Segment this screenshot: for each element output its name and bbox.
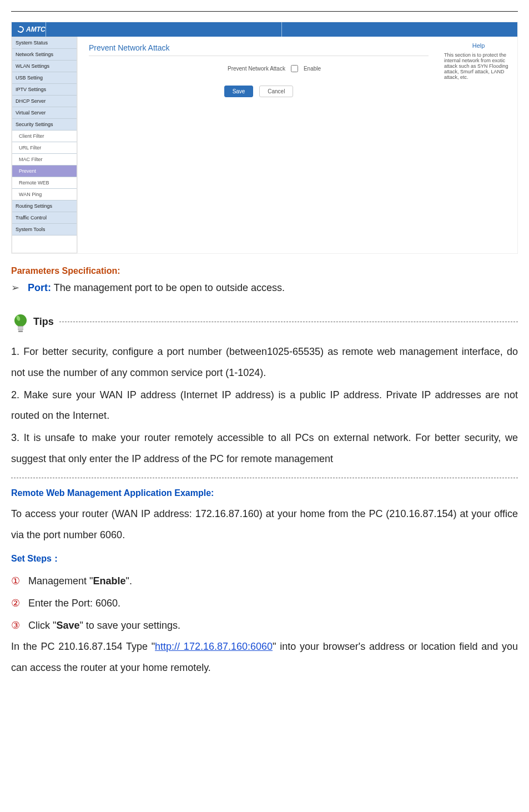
tip-1: 1. For better security, configure a port… <box>11 342 518 384</box>
sidebar-item-system-tools[interactable]: System Tools <box>12 224 77 235</box>
sidebar-item-iptv-settings[interactable]: IPTV Settings <box>12 84 77 96</box>
dashed-line <box>59 322 518 322</box>
sidebar-item-wan-ping[interactable]: WAN Ping <box>12 189 77 201</box>
sidebar-item-usb-setting[interactable]: USB Setting <box>12 72 77 84</box>
circled-1: ① <box>11 575 20 587</box>
help-panel: Help This section is to protect the inte… <box>440 37 517 253</box>
example-url-link[interactable]: http:// 172.16.87.160:6060 <box>155 641 273 652</box>
lightbulb-icon <box>11 309 30 334</box>
sidebar-item-mac-filter[interactable]: MAC Filter <box>12 154 77 166</box>
router-body: System Status Network Settings WLAN Sett… <box>12 37 517 253</box>
arrow-icon: ➢ <box>11 282 19 293</box>
step3-post: " to save your settings. <box>79 620 180 631</box>
router-header: AMTC <box>12 22 517 37</box>
tip-2: 2. Make sure your WAN IP address (Intern… <box>11 385 518 427</box>
help-text: This section is to protect the internal … <box>444 52 513 80</box>
example-text: To access your router (WAN IP address: 1… <box>11 504 518 546</box>
sidebar-item-network-settings[interactable]: Network Settings <box>12 49 77 61</box>
save-button[interactable]: Save <box>224 86 254 97</box>
router-admin-screenshot: AMTC System Status Network Settings WLAN… <box>11 22 518 254</box>
sidebar-item-routing-settings[interactable]: Routing Settings <box>12 201 77 212</box>
help-title: Help <box>444 42 513 49</box>
main-panel: Prevent Network Attack Prevent Network A… <box>77 37 440 253</box>
sidebar-item-traffic-control[interactable]: Traffic Control <box>12 212 77 224</box>
router-logo: AMTC <box>12 26 46 33</box>
sidebar-item-security-settings[interactable]: Security Settings <box>12 119 77 131</box>
step-2: ② Enter the Port: 6060. <box>11 593 518 615</box>
step3-bold: Save <box>56 620 79 631</box>
sidebar-item-wlan-settings[interactable]: WLAN Settings <box>12 61 77 72</box>
port-desc: The management port to be open to outsid… <box>51 282 285 293</box>
step1-post: ". <box>126 575 132 587</box>
svg-rect-3 <box>18 328 23 330</box>
example-paragraph: To access your router (WAN IP address: 1… <box>11 504 518 546</box>
final-paragraph: In the PC 210.16.87.154 Type "http:// 17… <box>11 636 518 679</box>
button-row: Save Cancel <box>89 86 429 97</box>
sidebar-item-dhcp-server[interactable]: DHCP Server <box>12 96 77 107</box>
form-row: Prevent Network Attack Enable <box>89 65 429 72</box>
final-pre: In the PC 210.16.87.154 Type " <box>11 641 155 652</box>
sidebar-item-virtual-server[interactable]: Virtual Server <box>12 107 77 119</box>
port-line: ➢ Port: The management port to be open t… <box>11 282 518 294</box>
logo-icon <box>16 25 24 33</box>
set-steps-heading: Set Steps： <box>11 553 518 565</box>
step1-pre: Management " <box>28 575 93 587</box>
sidebar-item-system-status[interactable]: System Status <box>12 37 77 49</box>
sidebar-item-remote-web[interactable]: Remote WEB <box>12 177 77 189</box>
prevent-label: Prevent Network Attack <box>197 66 285 72</box>
svg-rect-2 <box>18 326 23 328</box>
circled-3: ③ <box>11 620 20 631</box>
circled-2: ② <box>11 598 20 609</box>
tips-label: Tips <box>33 316 54 328</box>
tips-body: 1. For better security, configure a port… <box>11 342 518 470</box>
sidebar-item-url-filter[interactable]: URL Filter <box>12 142 77 154</box>
example-heading: Remote Web Management Application Exampl… <box>11 488 518 498</box>
enable-checkbox[interactable] <box>291 65 298 72</box>
svg-point-0 <box>14 314 27 327</box>
step1-bold: Enable <box>93 575 125 587</box>
enable-label: Enable <box>304 66 321 72</box>
logo-text: AMTC <box>26 26 46 33</box>
parameters-spec-heading: Parameters Specification: <box>11 266 518 276</box>
sidebar: System Status Network Settings WLAN Sett… <box>12 37 77 253</box>
panel-title: Prevent Network Attack <box>89 43 429 56</box>
cancel-button[interactable]: Cancel <box>259 86 293 97</box>
top-rule <box>11 11 518 12</box>
step2-text: Enter the Port: 6060. <box>28 598 120 609</box>
header-segment <box>46 22 281 37</box>
svg-rect-4 <box>18 330 23 332</box>
sidebar-item-client-filter[interactable]: Client Filter <box>12 131 77 142</box>
step3-pre: Click " <box>28 620 56 631</box>
port-label: Port: <box>28 282 51 293</box>
tip-3: 3. It is unsafe to make your router remo… <box>11 428 518 470</box>
sidebar-item-prevent[interactable]: Prevent <box>12 166 77 177</box>
tips-row: Tips <box>11 309 518 334</box>
step-3: ③ Click "Save" to save your settings. <box>11 615 518 637</box>
step-1: ① Management "Enable". <box>11 570 518 593</box>
dashed-separator <box>11 478 518 478</box>
header-segment <box>281 22 517 37</box>
